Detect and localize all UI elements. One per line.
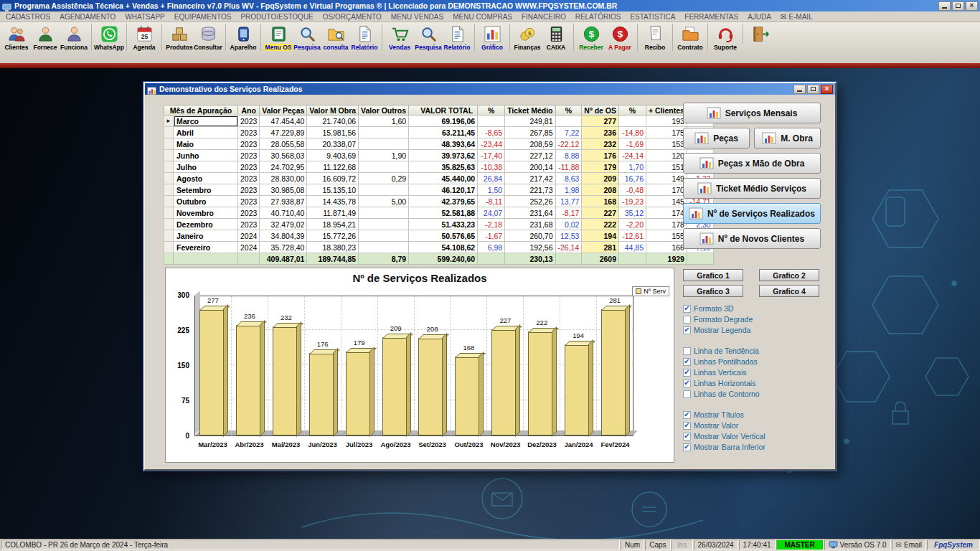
toolbar-button-caixa[interactable]: CAIXA — [542, 24, 570, 51]
column-header-m-s-de-apura-o[interactable]: Mês de Apuração — [164, 105, 238, 116]
table-row[interactable]: Outubro202327.938,8714.435,785,0042.379,… — [164, 196, 714, 207]
dialog-close-button[interactable]: × — [821, 85, 833, 94]
column-header-valor-pe-as[interactable]: Valor Peças — [260, 105, 307, 116]
checkbox-linhas-verticais[interactable]: ✔Linhas Verticais — [683, 367, 826, 377]
toolbar-button-consultar[interactable]: Consultar — [194, 24, 222, 51]
toolbar-button-agenda[interactable]: 25Agenda — [130, 24, 159, 51]
dialog-title-bar[interactable]: Demonstrativo dos Serviços Realizados × — [145, 83, 835, 95]
checkbox-linhas-pontilhadas[interactable]: ✔Linhas Pontilhadas — [683, 357, 826, 367]
checkbox-box[interactable]: ✔ — [683, 443, 691, 451]
nav-button-n-de-servi-os-realizados[interactable]: Nº de Serviços Realizados — [683, 203, 821, 224]
nav-button-ticket-m-dio-servi-os[interactable]: Ticket Médio Serviços — [683, 178, 821, 199]
checkbox-box[interactable]: ✔ — [683, 380, 691, 387]
menu-item-agendamento[interactable]: AGENDAMENTO — [60, 13, 116, 21]
toolbar-button-produtos[interactable]: Produtos — [165, 24, 194, 51]
table-row[interactable]: Junho202330.568,039.403,691,9039.973,62-… — [164, 150, 714, 161]
table-row[interactable]: Agosto202328.830,0016.609,720,2945.440,0… — [164, 173, 714, 184]
menu-item-e-mail[interactable]: ✉E-MAIL — [781, 13, 813, 21]
table-row[interactable]: Dezembro202332.479,0218.954,2151.433,23-… — [164, 219, 714, 230]
checkbox-formato-3d[interactable]: ✔Formato 3D — [683, 303, 826, 314]
toolbar-button-fornece[interactable]: Fornece — [31, 24, 60, 51]
checkbox-box[interactable]: ✔ — [683, 369, 691, 377]
toolbar-button-recibo[interactable]: Recibo — [641, 24, 669, 51]
table-row[interactable]: Fevereiro202435.728,4018.380,2354.108,62… — [164, 242, 714, 253]
table-row[interactable]: Novembro202340.710,4011.871,4952.581,882… — [164, 207, 714, 219]
checkbox-formato-degrade[interactable]: Formato Degrade — [683, 314, 826, 324]
toolbar-button-relat-rio[interactable]: Relatório — [350, 24, 379, 51]
menu-item-estatistica[interactable]: ESTATISTICA — [630, 13, 675, 21]
checkbox-box[interactable] — [683, 390, 691, 398]
checkbox-mostrar-barra-inferior[interactable]: ✔Mostrar Barra Inferior — [683, 442, 826, 452]
checkbox-linhas-horizontais[interactable]: ✔Linhas Horizontais — [683, 378, 826, 388]
menu-item-os-or-amento[interactable]: OS/ORÇAMENTO — [323, 13, 382, 21]
column-header-item[interactable]: % — [619, 105, 646, 116]
menu-item-ajuda[interactable]: AJUDA — [748, 13, 771, 21]
menu-item-ferramentas[interactable]: FERRAMENTAS — [684, 13, 738, 21]
menu-item-menu-vendas[interactable]: MENU VENDAS — [391, 13, 443, 21]
column-header-clientes[interactable]: + Clientes — [646, 105, 687, 116]
column-header-item[interactable]: % — [555, 105, 582, 116]
table-row[interactable]: Julho202324.702,9511.122,6835.825,63-10,… — [164, 161, 714, 173]
toolbar-button-clientes[interactable]: Clientes — [2, 24, 31, 51]
nav-button-servi-os-mensais[interactable]: Serviços Mensais — [683, 103, 821, 123]
checkbox-box[interactable]: ✔ — [683, 326, 691, 334]
table-row[interactable]: Abril202347.229,8915.981,5663.211,45-8,6… — [164, 127, 714, 138]
toolbar-button-menu-os[interactable]: Menu OS — [264, 24, 293, 51]
menu-item-whatsapp[interactable]: WHATSAPP — [125, 13, 164, 21]
exit-button[interactable] — [746, 24, 775, 44]
toolbar-button-funciona[interactable]: Funciona — [60, 24, 88, 51]
dialog-maximize-button[interactable] — [807, 85, 819, 94]
checkbox-box[interactable]: ✔ — [683, 433, 691, 441]
column-header-ticket-m-dio[interactable]: Ticket Médio — [505, 105, 555, 116]
close-button[interactable]: × — [966, 1, 978, 11]
column-header-item[interactable]: % — [478, 105, 505, 116]
table-row[interactable]: ►Marco202347.454,4021.740,061,6069.196,0… — [164, 116, 714, 127]
menu-item-produto-estoque[interactable]: PRODUTO/ESTOQUE — [240, 13, 313, 21]
toolbar-button-suporte[interactable]: Suporte — [711, 24, 740, 51]
table-row[interactable]: Setembro202330.985,0815.135,1046.120,171… — [164, 184, 714, 196]
checkbox-box[interactable]: ✔ — [683, 422, 691, 430]
checkbox-linha-de-tend-ncia[interactable]: Linha de Tendência — [683, 346, 826, 356]
checkbox-mostrar-t-tulos[interactable]: ✔Mostrar Títulos — [683, 410, 826, 420]
toolbar-button-receber[interactable]: $Receber — [577, 24, 606, 51]
maximize-button[interactable] — [952, 1, 964, 11]
checkbox-box[interactable]: ✔ — [683, 411, 691, 419]
nav-button-n-de-novos-clientes[interactable]: Nº de Novos Clientes — [683, 228, 821, 249]
button-grafico-2[interactable]: Grafico 2 — [759, 269, 819, 281]
checkbox-mostrar-legenda[interactable]: ✔Mostrar Legenda — [683, 325, 826, 335]
toolbar-button-vendas[interactable]: Vendas — [385, 24, 414, 51]
checkbox-mostrar-valor-vertical[interactable]: ✔Mostrar Valor Vertical — [683, 431, 826, 441]
column-header-ano[interactable]: Ano — [238, 105, 260, 116]
checkbox-box[interactable]: ✔ — [683, 305, 691, 313]
toolbar-button-a-pagar[interactable]: $A Pagar — [606, 24, 634, 51]
menu-item-equipamentos[interactable]: EQUIPAMENTOS — [174, 13, 232, 21]
toolbar-button-pesquisa[interactable]: Pesquisa — [293, 24, 321, 51]
button-grafico-4[interactable]: Grafico 4 — [759, 285, 819, 297]
checkbox-mostrar-valor[interactable]: ✔Mostrar Valor — [683, 420, 826, 430]
button-grafico-3[interactable]: Grafico 3 — [683, 285, 743, 297]
minimize-button[interactable] — [938, 1, 951, 11]
menu-item-financeiro[interactable]: FINANCEIRO — [522, 13, 566, 21]
checkbox-linhas-de-contorno[interactable]: Linhas de Contorno — [683, 389, 826, 399]
status-email[interactable]: ✉ Email — [892, 540, 926, 550]
column-header-valor-total[interactable]: VALOR TOTAL — [409, 105, 478, 116]
nav-button-pe-as[interactable]: Peças — [683, 128, 750, 149]
toolbar-button-contrato[interactable]: Contrato — [676, 24, 705, 51]
toolbar-button-whatsapp[interactable]: WhatsApp — [95, 24, 123, 51]
toolbar-button-consulta[interactable]: consulta — [321, 24, 350, 51]
column-header-n-de-os[interactable]: Nº de OS — [582, 105, 619, 116]
checkbox-box[interactable] — [683, 316, 691, 324]
dialog-minimize-button[interactable] — [793, 85, 806, 94]
table-row[interactable]: Maio202328.055,5820.338,0748.393,64-23,4… — [164, 138, 714, 150]
nav-button-m-obra[interactable]: M. Obra — [754, 128, 821, 149]
menu-item-menu-compras[interactable]: MENU COMPRAS — [453, 13, 512, 21]
toolbar-button-finan-as[interactable]: $Finanças — [513, 24, 542, 51]
toolbar-button-aparelho[interactable]: Aparelho — [229, 24, 258, 51]
checkbox-box[interactable]: ✔ — [683, 358, 691, 366]
menu-item-cadastros[interactable]: CADASTROS — [6, 13, 50, 21]
toolbar-button-relat-rio[interactable]: Relatório — [443, 24, 471, 51]
nav-button-pe-as-x-m-o-de-obra[interactable]: Peças x Mão de Obra — [683, 153, 821, 174]
button-grafico-1[interactable]: Grafico 1 — [683, 269, 743, 281]
menu-item-relat-rios[interactable]: RELATÓRIOS — [575, 13, 621, 21]
toolbar-button-gr-fico[interactable]: Gráfico — [478, 24, 507, 51]
